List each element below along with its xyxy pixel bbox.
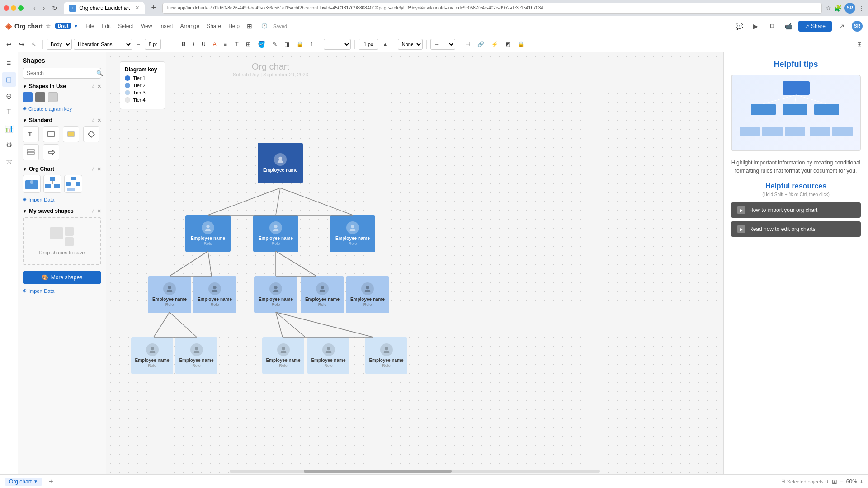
zoom-in-button[interactable]: +	[860, 478, 863, 485]
swatch-gray[interactable]	[35, 92, 45, 102]
comment-icon[interactable]: 💬	[733, 20, 746, 33]
shape-arrow[interactable]	[43, 144, 59, 160]
horizontal-scrollbar[interactable]	[230, 470, 600, 473]
page-tab-org-chart[interactable]: Org chart ▼	[5, 478, 42, 486]
shape-text[interactable]: T	[23, 126, 39, 142]
close-standard-btn[interactable]: ✕	[97, 117, 101, 123]
align-button[interactable]: ≡	[221, 39, 230, 50]
sidebar-icon-automation[interactable]: ⚙	[2, 137, 16, 152]
pen-button[interactable]: ✎	[270, 39, 280, 50]
star-org-btn[interactable]: ☆	[91, 166, 95, 172]
menu-button[interactable]: ⋮	[858, 5, 864, 12]
import-data-link[interactable]: ⊕ Import Data	[23, 197, 101, 202]
maximize-window-button[interactable]	[18, 5, 24, 11]
star-button[interactable]: ☆	[826, 5, 831, 12]
org-chart-header[interactable]: ▼ Org Chart ☆ ✕	[23, 166, 101, 172]
minimize-window-button[interactable]	[11, 5, 16, 11]
saved-shapes-header[interactable]: ▼ My saved shapes ☆ ✕	[23, 208, 101, 214]
zoom-out-button[interactable]: −	[840, 478, 844, 485]
underline-button[interactable]: U	[199, 39, 208, 50]
user-avatar[interactable]: SR	[844, 3, 855, 14]
zoom-fit-button[interactable]: ⊞	[832, 478, 837, 485]
font-size-decrease[interactable]: −	[134, 39, 143, 50]
scrollbar-thumb[interactable]	[304, 470, 452, 473]
group-button[interactable]: ⊞	[243, 39, 253, 50]
format-button[interactable]: ◩	[503, 39, 513, 50]
back-button[interactable]: ‹	[31, 4, 38, 13]
sidebar-icon-layers[interactable]: ≡	[2, 56, 16, 70]
line-style-select[interactable]: —	[324, 39, 351, 50]
search-input[interactable]	[27, 70, 94, 76]
import-org-chart-button[interactable]: ▶ How to import your org chart	[731, 202, 861, 218]
share-button[interactable]: ↗ Share	[798, 21, 832, 32]
grid-icon[interactable]: ⊞	[243, 20, 256, 33]
org-node-l3b[interactable]: Employee name Role	[175, 337, 217, 374]
new-tab-button[interactable]: +	[148, 2, 159, 14]
font-size-input[interactable]	[145, 39, 161, 50]
cursor-tool[interactable]: ↖	[29, 39, 39, 50]
org-node-l3d[interactable]: Employee name Role	[307, 337, 349, 374]
draft-dropdown-icon[interactable]: ▼	[74, 23, 78, 28]
address-bar[interactable]: lucid.app/lucidchart/a77f1d60-8d26-449d-…	[162, 3, 822, 14]
menu-view[interactable]: View	[141, 23, 152, 29]
page-tab-dropdown[interactable]: ▼	[33, 479, 38, 484]
link-button[interactable]: 🔗	[475, 39, 487, 50]
org-node-l3c[interactable]: Employee name Role	[262, 337, 304, 374]
video-icon[interactable]: 📹	[782, 20, 795, 33]
star-standard-btn[interactable]: ☆	[91, 117, 95, 123]
screen-icon[interactable]: 🖥	[766, 20, 778, 33]
present-icon[interactable]: ▶	[750, 20, 762, 33]
close-shapes-btn[interactable]: ✕	[97, 84, 101, 89]
shapes-in-use-header[interactable]: ▼ Shapes In Use ☆ ✕	[23, 83, 101, 89]
sidebar-icon-star[interactable]: ☆	[2, 154, 16, 168]
waypoint-button[interactable]: ⊣	[463, 39, 473, 50]
shape-diamond[interactable]	[83, 126, 99, 142]
bold-button[interactable]: B	[179, 39, 189, 50]
share-more-icon[interactable]: ↗	[835, 20, 848, 33]
close-org-btn[interactable]: ✕	[97, 166, 101, 172]
lock2-button[interactable]: 🔒	[515, 39, 527, 50]
org-node-root[interactable]: Employee name	[258, 143, 303, 183]
align-right-button[interactable]: ⊤	[231, 39, 241, 50]
italic-button[interactable]: I	[190, 39, 197, 50]
star-icon[interactable]: ☆	[46, 23, 51, 29]
lock-button[interactable]: 🔒	[294, 39, 306, 50]
line-width-input[interactable]	[359, 39, 378, 50]
menu-share[interactable]: Share	[207, 23, 221, 29]
draft-badge[interactable]: Draft	[55, 23, 71, 29]
arrow-select[interactable]: →	[430, 39, 455, 50]
line-width-up[interactable]: ▲	[380, 39, 390, 50]
tab-close[interactable]: ✕	[135, 5, 139, 11]
undo-button[interactable]: ↩	[4, 39, 14, 50]
org-node-l2c[interactable]: Employee name Role	[254, 276, 297, 313]
extensions-button[interactable]: 🧩	[834, 5, 842, 12]
import-data-bottom-link[interactable]: ⊕ Import Data	[23, 288, 101, 294]
refresh-button[interactable]: ↻	[49, 4, 60, 13]
menu-insert[interactable]: Insert	[159, 23, 173, 29]
browser-tab[interactable]: L Org chart: Lucidchart ✕	[64, 2, 145, 14]
star-shapes-btn[interactable]: ☆	[91, 84, 95, 89]
none-select[interactable]: None	[398, 39, 423, 50]
more-shapes-button[interactable]: 🎨 More shapes	[23, 271, 101, 284]
sidebar-icon-data[interactable]: 📊	[2, 121, 16, 136]
org-node-l2b[interactable]: Employee name Role	[193, 276, 236, 313]
shape-list[interactable]	[23, 144, 39, 160]
sidebar-icon-text[interactable]: T	[2, 105, 16, 119]
shade-button[interactable]: ◨	[282, 39, 292, 50]
body-style-select[interactable]: Body	[47, 39, 72, 50]
font-size-increase[interactable]: +	[163, 39, 171, 50]
org-node-l2d[interactable]: Employee name Role	[301, 276, 344, 313]
font-select[interactable]: Liberation Sans	[74, 39, 132, 50]
fill-button[interactable]: 🪣	[255, 39, 268, 50]
star-saved-btn[interactable]: ☆	[91, 208, 95, 214]
sidebar-icon-shapes[interactable]: ⊞	[2, 72, 16, 87]
standard-shapes-header[interactable]: ▼ Standard ☆ ✕	[23, 117, 101, 123]
sidebar-icon-insert[interactable]: ⊕	[2, 89, 16, 103]
org-node-l1a[interactable]: Employee name Role	[185, 215, 231, 252]
canvas-area[interactable]: Diagram key Tier 1 Tier 2 Tier 3 Tier 4 …	[106, 52, 723, 474]
action-button[interactable]: ⚡	[489, 39, 501, 50]
search-box[interactable]: 🔍	[23, 68, 101, 79]
more-options-button[interactable]: ⊞	[854, 39, 864, 50]
org-node-l3a[interactable]: Employee name Role	[131, 337, 173, 374]
app-user-avatar[interactable]: SR	[852, 21, 863, 32]
